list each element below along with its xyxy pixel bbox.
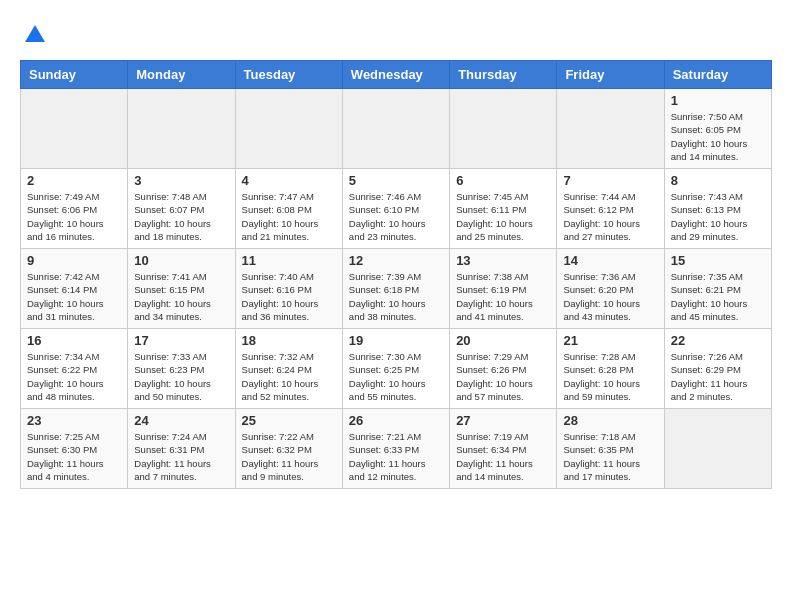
calendar-cell: 21Sunrise: 7:28 AM Sunset: 6:28 PM Dayli… bbox=[557, 329, 664, 409]
calendar-cell: 7Sunrise: 7:44 AM Sunset: 6:12 PM Daylig… bbox=[557, 169, 664, 249]
calendar-cell: 3Sunrise: 7:48 AM Sunset: 6:07 PM Daylig… bbox=[128, 169, 235, 249]
weekday-header-thursday: Thursday bbox=[450, 61, 557, 89]
day-number: 10 bbox=[134, 253, 228, 268]
logo bbox=[20, 20, 52, 50]
calendar-cell: 22Sunrise: 7:26 AM Sunset: 6:29 PM Dayli… bbox=[664, 329, 771, 409]
calendar-cell: 26Sunrise: 7:21 AM Sunset: 6:33 PM Dayli… bbox=[342, 409, 449, 489]
day-info: Sunrise: 7:49 AM Sunset: 6:06 PM Dayligh… bbox=[27, 190, 121, 243]
day-number: 3 bbox=[134, 173, 228, 188]
day-number: 25 bbox=[242, 413, 336, 428]
day-number: 23 bbox=[27, 413, 121, 428]
day-info: Sunrise: 7:22 AM Sunset: 6:32 PM Dayligh… bbox=[242, 430, 336, 483]
weekday-header-row: SundayMondayTuesdayWednesdayThursdayFrid… bbox=[21, 61, 772, 89]
calendar-cell: 17Sunrise: 7:33 AM Sunset: 6:23 PM Dayli… bbox=[128, 329, 235, 409]
calendar-cell: 9Sunrise: 7:42 AM Sunset: 6:14 PM Daylig… bbox=[21, 249, 128, 329]
day-number: 24 bbox=[134, 413, 228, 428]
day-number: 5 bbox=[349, 173, 443, 188]
day-number: 8 bbox=[671, 173, 765, 188]
day-info: Sunrise: 7:33 AM Sunset: 6:23 PM Dayligh… bbox=[134, 350, 228, 403]
weekday-header-monday: Monday bbox=[128, 61, 235, 89]
calendar-cell: 2Sunrise: 7:49 AM Sunset: 6:06 PM Daylig… bbox=[21, 169, 128, 249]
calendar-cell: 23Sunrise: 7:25 AM Sunset: 6:30 PM Dayli… bbox=[21, 409, 128, 489]
day-info: Sunrise: 7:36 AM Sunset: 6:20 PM Dayligh… bbox=[563, 270, 657, 323]
calendar-cell bbox=[450, 89, 557, 169]
calendar-week-row: 2Sunrise: 7:49 AM Sunset: 6:06 PM Daylig… bbox=[21, 169, 772, 249]
page-header bbox=[20, 20, 772, 50]
calendar-cell: 6Sunrise: 7:45 AM Sunset: 6:11 PM Daylig… bbox=[450, 169, 557, 249]
day-info: Sunrise: 7:41 AM Sunset: 6:15 PM Dayligh… bbox=[134, 270, 228, 323]
calendar-cell bbox=[128, 89, 235, 169]
calendar-cell bbox=[557, 89, 664, 169]
day-info: Sunrise: 7:28 AM Sunset: 6:28 PM Dayligh… bbox=[563, 350, 657, 403]
day-info: Sunrise: 7:47 AM Sunset: 6:08 PM Dayligh… bbox=[242, 190, 336, 243]
calendar-cell: 10Sunrise: 7:41 AM Sunset: 6:15 PM Dayli… bbox=[128, 249, 235, 329]
day-info: Sunrise: 7:19 AM Sunset: 6:34 PM Dayligh… bbox=[456, 430, 550, 483]
day-info: Sunrise: 7:35 AM Sunset: 6:21 PM Dayligh… bbox=[671, 270, 765, 323]
logo-icon bbox=[20, 20, 50, 50]
day-number: 21 bbox=[563, 333, 657, 348]
calendar-cell: 5Sunrise: 7:46 AM Sunset: 6:10 PM Daylig… bbox=[342, 169, 449, 249]
weekday-header-friday: Friday bbox=[557, 61, 664, 89]
day-info: Sunrise: 7:26 AM Sunset: 6:29 PM Dayligh… bbox=[671, 350, 765, 403]
day-number: 14 bbox=[563, 253, 657, 268]
day-info: Sunrise: 7:18 AM Sunset: 6:35 PM Dayligh… bbox=[563, 430, 657, 483]
day-number: 4 bbox=[242, 173, 336, 188]
day-number: 26 bbox=[349, 413, 443, 428]
calendar-week-row: 23Sunrise: 7:25 AM Sunset: 6:30 PM Dayli… bbox=[21, 409, 772, 489]
calendar-cell bbox=[342, 89, 449, 169]
day-number: 6 bbox=[456, 173, 550, 188]
day-number: 2 bbox=[27, 173, 121, 188]
day-info: Sunrise: 7:44 AM Sunset: 6:12 PM Dayligh… bbox=[563, 190, 657, 243]
calendar-cell: 13Sunrise: 7:38 AM Sunset: 6:19 PM Dayli… bbox=[450, 249, 557, 329]
day-number: 7 bbox=[563, 173, 657, 188]
day-info: Sunrise: 7:21 AM Sunset: 6:33 PM Dayligh… bbox=[349, 430, 443, 483]
day-info: Sunrise: 7:24 AM Sunset: 6:31 PM Dayligh… bbox=[134, 430, 228, 483]
day-number: 17 bbox=[134, 333, 228, 348]
weekday-header-saturday: Saturday bbox=[664, 61, 771, 89]
calendar-week-row: 9Sunrise: 7:42 AM Sunset: 6:14 PM Daylig… bbox=[21, 249, 772, 329]
day-number: 19 bbox=[349, 333, 443, 348]
calendar-cell: 24Sunrise: 7:24 AM Sunset: 6:31 PM Dayli… bbox=[128, 409, 235, 489]
calendar-cell bbox=[664, 409, 771, 489]
day-info: Sunrise: 7:43 AM Sunset: 6:13 PM Dayligh… bbox=[671, 190, 765, 243]
day-number: 18 bbox=[242, 333, 336, 348]
day-number: 28 bbox=[563, 413, 657, 428]
calendar-cell: 4Sunrise: 7:47 AM Sunset: 6:08 PM Daylig… bbox=[235, 169, 342, 249]
calendar-week-row: 16Sunrise: 7:34 AM Sunset: 6:22 PM Dayli… bbox=[21, 329, 772, 409]
day-info: Sunrise: 7:48 AM Sunset: 6:07 PM Dayligh… bbox=[134, 190, 228, 243]
day-info: Sunrise: 7:39 AM Sunset: 6:18 PM Dayligh… bbox=[349, 270, 443, 323]
day-info: Sunrise: 7:40 AM Sunset: 6:16 PM Dayligh… bbox=[242, 270, 336, 323]
calendar-cell: 8Sunrise: 7:43 AM Sunset: 6:13 PM Daylig… bbox=[664, 169, 771, 249]
calendar-cell: 27Sunrise: 7:19 AM Sunset: 6:34 PM Dayli… bbox=[450, 409, 557, 489]
day-info: Sunrise: 7:42 AM Sunset: 6:14 PM Dayligh… bbox=[27, 270, 121, 323]
calendar-cell: 15Sunrise: 7:35 AM Sunset: 6:21 PM Dayli… bbox=[664, 249, 771, 329]
day-info: Sunrise: 7:25 AM Sunset: 6:30 PM Dayligh… bbox=[27, 430, 121, 483]
day-number: 15 bbox=[671, 253, 765, 268]
day-info: Sunrise: 7:29 AM Sunset: 6:26 PM Dayligh… bbox=[456, 350, 550, 403]
calendar-cell: 25Sunrise: 7:22 AM Sunset: 6:32 PM Dayli… bbox=[235, 409, 342, 489]
calendar-cell: 19Sunrise: 7:30 AM Sunset: 6:25 PM Dayli… bbox=[342, 329, 449, 409]
calendar-week-row: 1Sunrise: 7:50 AM Sunset: 6:05 PM Daylig… bbox=[21, 89, 772, 169]
weekday-header-tuesday: Tuesday bbox=[235, 61, 342, 89]
calendar-cell: 16Sunrise: 7:34 AM Sunset: 6:22 PM Dayli… bbox=[21, 329, 128, 409]
calendar-cell: 18Sunrise: 7:32 AM Sunset: 6:24 PM Dayli… bbox=[235, 329, 342, 409]
day-number: 12 bbox=[349, 253, 443, 268]
calendar-cell: 28Sunrise: 7:18 AM Sunset: 6:35 PM Dayli… bbox=[557, 409, 664, 489]
calendar-cell bbox=[21, 89, 128, 169]
calendar-cell: 11Sunrise: 7:40 AM Sunset: 6:16 PM Dayli… bbox=[235, 249, 342, 329]
svg-marker-0 bbox=[25, 25, 45, 42]
calendar-table: SundayMondayTuesdayWednesdayThursdayFrid… bbox=[20, 60, 772, 489]
day-number: 9 bbox=[27, 253, 121, 268]
day-info: Sunrise: 7:38 AM Sunset: 6:19 PM Dayligh… bbox=[456, 270, 550, 323]
calendar-cell: 12Sunrise: 7:39 AM Sunset: 6:18 PM Dayli… bbox=[342, 249, 449, 329]
day-number: 27 bbox=[456, 413, 550, 428]
day-info: Sunrise: 7:45 AM Sunset: 6:11 PM Dayligh… bbox=[456, 190, 550, 243]
day-info: Sunrise: 7:50 AM Sunset: 6:05 PM Dayligh… bbox=[671, 110, 765, 163]
day-number: 22 bbox=[671, 333, 765, 348]
day-info: Sunrise: 7:34 AM Sunset: 6:22 PM Dayligh… bbox=[27, 350, 121, 403]
day-number: 16 bbox=[27, 333, 121, 348]
day-info: Sunrise: 7:32 AM Sunset: 6:24 PM Dayligh… bbox=[242, 350, 336, 403]
calendar-cell bbox=[235, 89, 342, 169]
day-number: 20 bbox=[456, 333, 550, 348]
calendar-cell: 1Sunrise: 7:50 AM Sunset: 6:05 PM Daylig… bbox=[664, 89, 771, 169]
